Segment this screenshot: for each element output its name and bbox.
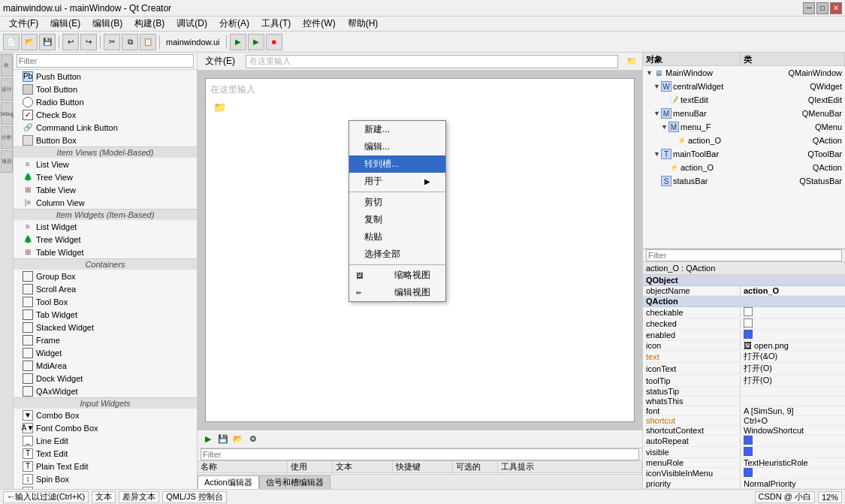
widget-item-widget[interactable]: Widget	[14, 346, 197, 359]
prop-checked[interactable]: checked	[643, 318, 845, 330]
prop-auto-repeat[interactable]: autoRepeat	[643, 436, 845, 447]
welcome-btn[interactable]: 欢	[1, 54, 13, 77]
copy-btn[interactable]: ⧉	[122, 34, 138, 50]
filter-input[interactable]	[17, 54, 194, 68]
prop-icon-text[interactable]: iconText 打开(O)	[643, 363, 845, 375]
tree-menubar[interactable]: ▼ M menuBar QMenuBar	[643, 107, 845, 120]
ctx-copy[interactable]: 复制	[349, 211, 445, 228]
widget-item-tree-widget[interactable]: 🌲 Tree Widget	[14, 233, 197, 246]
prop-menurole[interactable]: menuRole TextHeuristicRole	[643, 458, 845, 468]
widget-item-list-widget[interactable]: ≡ List Widget	[14, 220, 197, 233]
widget-item-scroll-area[interactable]: Scroll Area	[14, 282, 197, 295]
widget-item-radio-button[interactable]: Radio Button	[14, 95, 197, 108]
cut-btn[interactable]: ✂	[104, 34, 120, 50]
menu-debug[interactable]: 调试(D)	[171, 16, 213, 32]
paste-btn[interactable]: 📋	[140, 34, 156, 50]
ctx-used-for[interactable]: 用于 ▶	[349, 173, 445, 190]
menu-help[interactable]: 帮助(H)	[342, 16, 385, 32]
prop-visible[interactable]: visible	[643, 447, 845, 458]
widget-item-cmd-link[interactable]: 🔗 Command Link Button	[14, 121, 197, 134]
prop-icon-visible[interactable]: iconVisibleInMenu	[643, 468, 845, 479]
canvas-area[interactable]: 在这里输入 📁 新建... 编辑... 转到槽... 用于 ▶ 剪切 复制 粘贴…	[205, 78, 635, 422]
widget-item-table-view[interactable]: ⊞ Table View	[14, 183, 197, 196]
widget-item-line-edit[interactable]: _ Line Edit	[14, 434, 197, 447]
widget-item-font-combo-box[interactable]: A▼ Font Combo Box	[14, 421, 197, 434]
tab-action-editor[interactable]: Action编辑器	[198, 475, 259, 489]
menu-edit2[interactable]: 编辑(B)	[86, 16, 128, 32]
tree-mainwindow[interactable]: ▼ 🖥 MainWindow QMainWindow	[643, 66, 845, 80]
widget-item-tab-widget[interactable]: Tab Widget	[14, 308, 197, 321]
minimize-button[interactable]: ─	[803, 2, 815, 14]
stop-btn[interactable]: ■	[266, 34, 282, 50]
widget-item-group-box[interactable]: Group Box	[14, 270, 197, 282]
tree-action-o-1[interactable]: ⚡ action_O QAction	[643, 134, 845, 147]
folder-icon[interactable]: 📁	[624, 55, 639, 68]
menu-edit[interactable]: 编辑(E)	[44, 16, 86, 32]
widget-item-tool-box[interactable]: Tool Box	[14, 295, 197, 308]
widget-item-plain-text-edit[interactable]: T Plain Text Edit	[14, 460, 197, 472]
widget-item-qax-widget[interactable]: QAxWidget	[14, 385, 197, 397]
play-btn[interactable]: ▶	[201, 433, 216, 446]
prop-text[interactable]: text 打开(&O)	[643, 351, 845, 363]
menu-analyze[interactable]: 分析(A)	[213, 16, 255, 32]
prop-shortcut[interactable]: shortcut Ctrl+O	[643, 416, 845, 426]
prop-object-name[interactable]: objectName action_O	[643, 286, 845, 296]
autorepeat-checkbox[interactable]	[744, 436, 753, 445]
undo-btn[interactable]: ↩	[62, 34, 79, 50]
checkable-checkbox[interactable]	[744, 307, 753, 316]
prop-statustip[interactable]: statusTip	[643, 387, 845, 397]
widget-item-mdiarea[interactable]: MdiArea	[14, 359, 197, 372]
path-input[interactable]: 在这里输入	[246, 55, 618, 68]
widget-item-list-view[interactable]: ≡ List View	[14, 158, 197, 171]
redo-btn[interactable]: ↪	[80, 34, 97, 50]
ctx-paste[interactable]: 粘贴	[349, 228, 445, 246]
checked-checkbox[interactable]	[744, 318, 753, 327]
save2-btn[interactable]: 💾	[216, 433, 231, 446]
widget-item-frame[interactable]: Frame	[14, 333, 197, 346]
analyze-btn[interactable]: 分析	[1, 126, 13, 149]
ctx-goto-slot[interactable]: 转到槽...	[349, 155, 445, 173]
widget-item-tool-button[interactable]: Tool Button	[14, 83, 197, 95]
design-btn[interactable]: 设计	[1, 78, 13, 101]
open-btn[interactable]: 📂	[21, 34, 38, 50]
tab-signal-slot-editor[interactable]: 信号和槽编辑器	[259, 475, 330, 489]
file-tab[interactable]: mainwindow.ui	[163, 38, 223, 47]
tree-action-o-2[interactable]: ⚡ action_O QAction	[643, 161, 845, 174]
ctx-thumb-view[interactable]: 🖼 缩略视图	[349, 267, 445, 284]
widget-item-table-widget[interactable]: ⊞ Table Widget	[14, 246, 197, 258]
iconvisible-checkbox[interactable]	[744, 468, 753, 477]
widget-item-double-spin[interactable]: ↕ Double Spin Box	[14, 485, 197, 489]
prop-priority[interactable]: priority NormalPriority	[643, 479, 845, 489]
ctx-edit[interactable]: 编辑...	[349, 138, 445, 155]
widget-item-tree-view[interactable]: 🌲 Tree View	[14, 171, 197, 183]
menu-tools[interactable]: 工具(T)	[255, 16, 297, 32]
widget-item-stacked-widget[interactable]: Stacked Widget	[14, 321, 197, 333]
prop-tooltip[interactable]: toolTip 打开(O)	[643, 375, 845, 387]
prop-whatthis[interactable]: whatsThis	[643, 397, 845, 406]
widget-item-spin-box[interactable]: ↕ Spin Box	[14, 472, 197, 485]
visible-checkbox[interactable]	[744, 447, 753, 456]
ctx-select-all[interactable]: 选择全部	[349, 246, 445, 263]
maximize-button[interactable]: □	[816, 2, 828, 14]
table-filter-input[interactable]	[201, 448, 639, 460]
prop-shortcut-context[interactable]: shortcutContext WindowShortcut	[643, 426, 845, 436]
enabled-checkbox[interactable]	[744, 330, 753, 339]
menu-build[interactable]: 构建(B)	[128, 16, 171, 32]
run-btn[interactable]: ▶	[230, 34, 246, 50]
save-btn[interactable]: 💾	[39, 34, 56, 50]
tree-statusbar[interactable]: S statusBar QStatusBar	[643, 174, 845, 188]
widget-item-combo-box[interactable]: ▼ Combo Box	[14, 409, 197, 421]
prop-checkable[interactable]: checkable	[643, 307, 845, 318]
prop-font[interactable]: font A [SimSun, 9]	[643, 406, 845, 416]
folder2-btn[interactable]: 📂	[231, 433, 246, 446]
debug-run-btn[interactable]: ▶	[248, 34, 264, 50]
file-menu[interactable]: 文件(E)	[201, 53, 240, 69]
widget-item-column-view[interactable]: |≡ Column View	[14, 196, 197, 209]
debug-btn[interactable]: Debug	[1, 102, 13, 125]
project-btn[interactable]: 项目	[1, 150, 13, 173]
props-filter-input[interactable]	[646, 249, 842, 261]
tree-text-edit[interactable]: 📝 textEdit QIextEdit	[643, 93, 845, 107]
widget-item-dock-widget[interactable]: Dock Widget	[14, 372, 197, 385]
widget-item-push-button[interactable]: Pb Push Button	[14, 70, 197, 83]
ctx-edit-view[interactable]: ✏ 编辑视图	[349, 284, 445, 301]
